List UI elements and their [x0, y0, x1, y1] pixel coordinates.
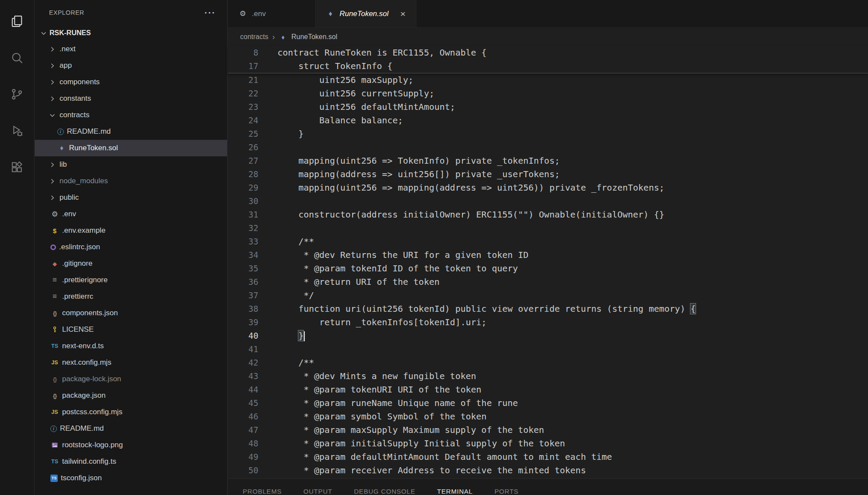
tree-file-LICENSE[interactable]: LICENSE [35, 321, 227, 338]
code-text[interactable]: uint256 defaultMintAmount; [277, 100, 455, 114]
editor-group: ⚙.env♦RuneToken.sol× contracts › ♦ RuneT… [228, 0, 868, 495]
tree-file-rootstock-logo.png[interactable]: rootstock-logo.png [35, 437, 227, 453]
tree-file-components.json[interactable]: {}components.json [35, 305, 227, 321]
code-text[interactable]: constructor(address initialOwner) ERC115… [277, 208, 664, 221]
sticky-scroll: 8contract RuneToken is ERC1155, Ownable … [228, 46, 868, 73]
ts-icon: TS [50, 457, 59, 466]
tree-file-tailwind.config.ts[interactable]: TStailwind.config.ts [35, 453, 227, 470]
solidity-icon: ♦ [326, 10, 335, 18]
breadcrumb: contracts › ♦ RuneToken.sol [228, 28, 868, 46]
code-text[interactable]: contract RuneToken is ERC1155, Ownable { [277, 46, 487, 59]
tree-folder-.next[interactable]: .next [35, 41, 227, 57]
code-text[interactable]: * @param tokenURI URI of the token [277, 383, 482, 396]
more-actions-icon[interactable]: ··· [205, 10, 216, 15]
tree-file-postcss.config.mjs[interactable]: JSpostcss.config.mjs [35, 404, 227, 420]
code-text[interactable]: mapping(uint256 => TokenInfo) private _t… [277, 154, 560, 168]
code-text[interactable]: uint256 maxSupply; [277, 73, 413, 87]
tree-item-label: contracts [59, 111, 89, 119]
code-text[interactable]: function uri(uint256 tokenId) public vie… [277, 302, 696, 316]
code-line-25: 25 } [228, 127, 868, 141]
tree-folder-components[interactable]: components [35, 74, 227, 90]
code-text[interactable]: } [277, 329, 305, 343]
code-text[interactable]: * @return URI of the token [277, 275, 439, 289]
code-text[interactable]: mapping(uint256 => mapping(address => ui… [277, 181, 664, 195]
tree-file-.gitignore[interactable]: ◆.gitignore [35, 255, 227, 272]
close-icon[interactable]: × [400, 9, 406, 18]
tree-folder-node_modules[interactable]: node_modules [35, 173, 227, 189]
tab-label: RuneToken.sol [340, 10, 389, 18]
source-control-icon[interactable] [10, 87, 24, 102]
code-text[interactable]: * @param runeName Unique name of the run… [277, 396, 518, 410]
tree-item-label: README.md [60, 424, 104, 433]
line-number: 43 [228, 370, 258, 383]
breadcrumb-separator-icon: › [272, 33, 275, 42]
tree-file-.env[interactable]: ⚙.env [35, 206, 227, 222]
panel-tab-output[interactable]: OUTPUT [304, 488, 332, 495]
code-line-50: 50 * @param receiver Address to receive … [228, 464, 868, 477]
tree-file-package-lock.json[interactable]: {}package-lock.json [35, 371, 227, 387]
tree-folder-app[interactable]: app [35, 57, 227, 74]
tab-RuneToken.sol[interactable]: ♦RuneToken.sol× [316, 0, 416, 27]
code-text[interactable]: * @dev Mints a new fungible token [277, 370, 476, 383]
tree-folder-lib[interactable]: lib [35, 156, 227, 173]
search-icon[interactable] [10, 50, 24, 65]
tree-file-README.md[interactable]: iREADME.md [35, 123, 227, 140]
code-editor: 8contract RuneToken is ERC1155, Ownable … [228, 46, 868, 477]
code-text[interactable]: Balance balance; [277, 114, 403, 127]
panel-tab-debug-console[interactable]: DEBUG CONSOLE [354, 488, 415, 495]
tree-file-tsconfig.json[interactable]: TStsconfig.json [35, 470, 227, 486]
tree-file-.eslintrc.json[interactable]: .eslintrc.json [35, 239, 227, 255]
code-line-21: 21 uint256 maxSupply; [228, 73, 868, 87]
code-line-34: 34 * @dev Returns the URI for a given to… [228, 248, 868, 262]
code-text[interactable]: * @param symbol Symbol of the token [277, 410, 487, 423]
panel-tab-bar: PROBLEMSOUTPUTDEBUG CONSOLETERMINALPORTS [228, 479, 868, 495]
tree-file-next-env.d.ts[interactable]: TSnext-env.d.ts [35, 338, 227, 354]
code-text[interactable]: * @param tokenId ID of the token to quer… [277, 262, 518, 275]
tree-file-.env.example[interactable]: $.env.example [35, 222, 227, 239]
panel-tab-ports[interactable]: PORTS [495, 488, 518, 495]
code-text[interactable]: /** [277, 235, 314, 248]
tree-file-package.json[interactable]: {}package.json [35, 387, 227, 404]
line-number: 23 [228, 100, 258, 114]
code-text[interactable]: /** [277, 356, 314, 370]
tree-item-label: package-lock.json [62, 375, 121, 383]
code-text[interactable]: * @param maxSupply Maximum supply of the… [277, 423, 544, 437]
extensions-icon[interactable] [10, 160, 24, 175]
tree-folder-public[interactable]: public [35, 189, 227, 206]
code-text[interactable]: } [277, 127, 304, 141]
tree-file-next.config.mjs[interactable]: JSnext.config.mjs [35, 354, 227, 371]
tree-item-label: .eslintrc.json [59, 243, 100, 251]
code-line-41: 41 [228, 343, 868, 356]
code-text[interactable]: uint256 currentSupply; [277, 87, 434, 100]
code-text[interactable]: * @param receiver Address to receive the… [277, 464, 586, 477]
workspace-section-header[interactable]: RSK-RUNES [35, 25, 227, 41]
tab-.env[interactable]: ⚙.env [228, 0, 316, 27]
line-number: 40 [228, 329, 258, 343]
code-text[interactable]: mapping(address => uint256[]) private _u… [277, 168, 560, 181]
code-text[interactable]: struct TokenInfo { [277, 59, 393, 73]
explorer-icon[interactable] [10, 14, 24, 29]
matched-bracket: { [690, 304, 696, 314]
run-debug-icon[interactable] [10, 123, 24, 138]
tree-folder-contracts[interactable]: contracts [35, 107, 227, 123]
tree-file-.prettierrc[interactable]: ≡.prettierrc [35, 288, 227, 305]
panel-tab-terminal[interactable]: TERMINAL [437, 488, 473, 495]
tree-item-label: .next [59, 45, 76, 53]
breadcrumb-folder[interactable]: contracts [240, 33, 268, 41]
line-number: 8 [228, 46, 258, 59]
tree-item-label: components [59, 78, 100, 86]
tree-item-label: public [59, 193, 79, 202]
tree-file-README.md[interactable]: iREADME.md [35, 420, 227, 437]
tree-folder-constants[interactable]: constants [35, 90, 227, 107]
code-text[interactable]: * @dev Returns the URI for a given token… [277, 248, 528, 262]
image-icon [50, 441, 59, 449]
tree-file-.prettierignore[interactable]: ≡.prettierignore [35, 272, 227, 288]
code-text[interactable]: * @param defaultMintAmount Default amoun… [277, 450, 612, 464]
code-line-38: 38 function uri(uint256 tokenId) public … [228, 302, 868, 316]
tree-file-RuneToken.sol[interactable]: ♦RuneToken.sol [35, 140, 227, 156]
code-text[interactable]: */ [277, 289, 314, 302]
panel-tab-problems[interactable]: PROBLEMS [243, 488, 282, 495]
code-text[interactable]: * @param initialSupply Initial supply of… [277, 437, 565, 450]
code-text[interactable]: return _tokenInfos[tokenId].uri; [277, 316, 487, 329]
breadcrumb-file[interactable]: RuneToken.sol [291, 33, 337, 41]
